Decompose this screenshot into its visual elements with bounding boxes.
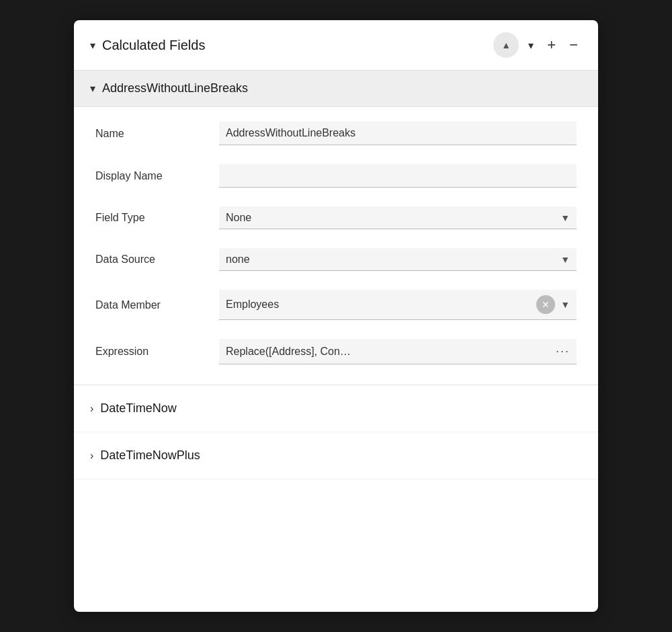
expression-label: Expression [95, 346, 203, 358]
expression-control: Replace([Address], Con… ··· [219, 339, 577, 364]
display-name-input[interactable] [219, 164, 577, 188]
data-member-control: Employees ✕ ▼ [219, 290, 577, 320]
remove-button[interactable]: − [565, 34, 582, 56]
collapse-icon[interactable]: ▾ [90, 39, 95, 52]
datetименowplus-expand-icon[interactable]: › [90, 450, 93, 462]
section-collapse-icon[interactable]: ▾ [90, 82, 95, 95]
section-title: AddressWithoutLineBreaks [102, 81, 248, 95]
expression-control-wrapper: Replace([Address], Con… ··· [219, 339, 577, 364]
data-member-control-wrapper: Employees ✕ ▼ [219, 290, 577, 320]
datetименowplus-label: DateTimeNowPlus [100, 448, 200, 463]
down-arrow-icon: ▾ [528, 40, 534, 51]
field-type-select[interactable]: None String Integer DateTime Boolean [219, 206, 577, 229]
expression-value: Replace([Address], Con… [226, 346, 351, 358]
section-header[interactable]: ▾ AddressWithoutLineBreaks [74, 71, 598, 107]
move-up-button[interactable]: ▲ [493, 32, 519, 58]
data-source-select-wrapper: none Source1 Source2 ▼ [219, 248, 577, 271]
display-name-control-wrapper [219, 164, 577, 188]
panel-title: Calculated Fields [102, 38, 487, 53]
form-area: Name Display Name Field Type None String… [74, 107, 598, 385]
name-row: Name [74, 112, 598, 155]
datetименow-expand-icon[interactable]: › [90, 403, 93, 415]
field-type-control-wrapper: None String Integer DateTime Boolean ▼ [219, 206, 577, 229]
data-source-row: Data Source none Source1 Source2 ▼ [74, 239, 598, 280]
display-name-label: Display Name [95, 170, 203, 182]
name-label: Name [95, 128, 203, 140]
expression-edit-button[interactable]: ··· [556, 344, 570, 358]
expression-row: Expression Replace([Address], Con… ··· [74, 329, 598, 374]
calculated-fields-panel: ▾ Calculated Fields ▲ ▾ + − ▾ AddressWit… [74, 20, 598, 612]
field-type-label: Field Type [95, 212, 203, 224]
data-member-clear-button[interactable]: ✕ [536, 295, 555, 314]
data-source-label: Data Source [95, 253, 203, 266]
clear-icon: ✕ [542, 299, 550, 310]
collapsed-item-datetименowplus: › DateTimeNowPlus [74, 432, 598, 479]
data-member-arrow-icon[interactable]: ▼ [560, 299, 570, 310]
panel-header: ▾ Calculated Fields ▲ ▾ + − [74, 20, 598, 71]
field-type-select-wrapper: None String Integer DateTime Boolean ▼ [219, 206, 577, 229]
collapsed-item-datetименow: › DateTimeNow [74, 385, 598, 432]
move-down-button[interactable]: ▾ [524, 36, 538, 54]
display-name-row: Display Name [74, 155, 598, 197]
data-member-label: Data Member [95, 299, 203, 311]
data-source-select[interactable]: none Source1 Source2 [219, 248, 577, 271]
header-controls: ▲ ▾ + − [493, 32, 582, 58]
name-control-wrapper [219, 122, 577, 145]
field-type-row: Field Type None String Integer DateTime … [74, 197, 598, 239]
datetименow-label: DateTimeNow [100, 401, 176, 416]
add-button[interactable]: + [543, 34, 560, 56]
data-member-row: Data Member Employees ✕ ▼ [74, 280, 598, 329]
data-source-control-wrapper: none Source1 Source2 ▼ [219, 248, 577, 271]
data-member-icons: ✕ ▼ [536, 295, 570, 314]
name-input[interactable] [219, 122, 577, 145]
data-member-value: Employees [226, 299, 279, 311]
up-arrow-icon: ▲ [501, 40, 511, 50]
